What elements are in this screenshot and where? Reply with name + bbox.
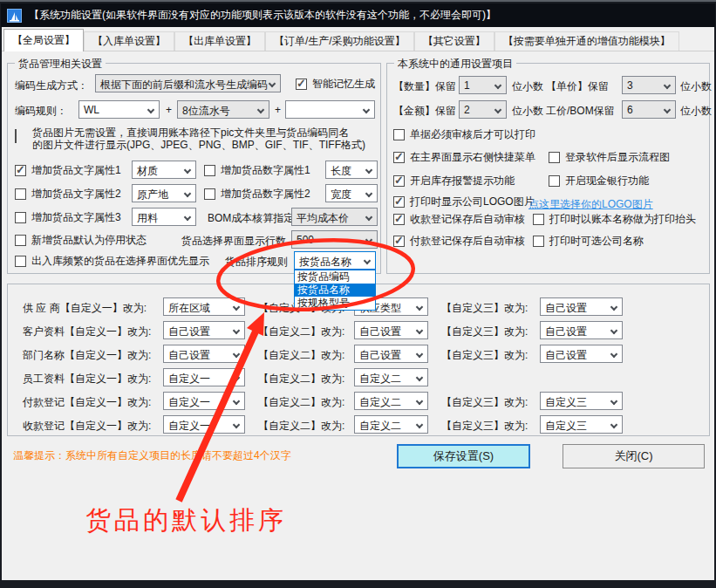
department-custom2-select[interactable]: 自己设置 [354,345,428,363]
group-title: 货品管理相关设置 [15,57,106,72]
chevron-down-icon [416,398,423,405]
tab-order-production-settings[interactable]: 【订单/生产/采购功能设置】 [265,31,414,51]
chevron-down-icon [416,421,423,428]
display-rows-select[interactable]: 500 [291,230,378,249]
code-rule-serial-select[interactable]: 8位流水号 [177,100,269,119]
audit-before-print-checkbox[interactable] [393,129,405,140]
custom-row-label: 【自定义三】改为: [441,325,528,339]
num-attr1-checkbox[interactable] [204,165,215,176]
department-custom3-select[interactable]: 自己设置 [540,345,623,363]
department-custom1-select[interactable]: 自己设置 [163,345,245,363]
tab-other-settings[interactable]: 【其它设置】 [414,31,494,51]
text-attr2-select[interactable]: 原产地 [132,184,196,202]
chevron-down-icon [233,351,240,358]
sort-option-name[interactable]: 按货品名称 [295,284,375,297]
plus-separator: + [275,104,281,116]
logo-print-checkbox[interactable] [393,196,405,208]
text-attr1-select[interactable]: 材质 [132,161,196,179]
sort-rule-select[interactable]: 按货品名称 [294,251,376,270]
audit-before-print-row: 单据必须审核后才可以打印 [393,127,535,141]
text-attr3-select[interactable]: 用料 [132,208,196,226]
payment-custom3-select[interactable]: 自定义三 [540,392,623,410]
new-goods-disabled-row: 新增货品默认为停用状态 [15,233,147,247]
payment-custom1-select[interactable]: 自定义一 [163,392,245,410]
stock-alert-row: 开启库存报警提示功能 [393,174,515,188]
customer-custom1-select[interactable]: 自己设置 [163,321,245,339]
tab-outbound-settings[interactable]: 【出库单设置】 [174,31,265,51]
code-gen-select[interactable]: 根据下面的前后缀和流水号生成编码 [95,74,281,92]
custom-row-label: 【自定义三】改为: [441,348,528,363]
num-attr2-row: 增加货品数字属性2 [204,187,310,201]
sort-option-code[interactable]: 按货品编码 [295,270,375,284]
receipt-custom1-select[interactable]: 自定义一 [163,415,245,434]
tab-addon-modules[interactable]: 【按需要单独开通的增值功能模块】 [494,31,679,51]
close-button[interactable]: 关闭(C) [563,444,705,468]
bom-decimal-select[interactable]: 6 [622,100,676,119]
receipt-audit-checkbox[interactable] [393,214,405,225]
chevron-down-icon [610,304,617,311]
chevron-down-icon [610,351,617,358]
receipt-custom2-select[interactable]: 自定义二 [354,415,428,434]
choose-logo-link[interactable]: 点这里选择你的LOGO图片 [528,197,653,212]
num-attr2-checkbox[interactable] [204,188,215,200]
custom-row-label: 【自定义二】改为: [258,372,344,386]
code-rule-suffix-select[interactable] [285,100,375,119]
custom-row-label: 【自定义三】改为: [441,419,528,434]
supplier-custom3-select[interactable]: 自己设置 [540,297,623,316]
amount-decimal-label: 【金额】保留 [393,104,456,119]
price-decimal-select[interactable]: 3 [622,76,676,94]
amount-decimal-select[interactable]: 2 [459,100,507,119]
group-title: 本系统中的通用设置项目 [394,57,516,72]
price-decimal-suffix: 位小数 [680,79,712,94]
company-name-checkbox[interactable] [533,236,544,247]
text-attr1-checkbox[interactable] [15,165,26,176]
bom-cost-select[interactable]: 平均成本价 [291,208,378,226]
customer-custom3-select[interactable]: 自己设置 [540,321,623,339]
chevron-down-icon [365,214,372,221]
custom-row-label: 【自定义二】改为: [258,395,344,410]
code-rule-label: 编码规则： [15,104,67,119]
tab-bar: 【全局设置】 【入库单设置】 【出库单设置】 【订单/生产/采购功能设置】 【其… [2,28,714,51]
num-attr1-select[interactable]: 长度 [325,161,378,179]
amount-decimal-suffix: 位小数 [512,104,543,119]
custom-row-label: 员工资料【自定义一】改为: [23,372,151,386]
flow-chart-checkbox[interactable] [549,152,560,163]
chevron-down-icon [494,106,501,113]
sort-rule-dropdown-list: 按货品编码 按货品名称 按规格型号 [294,270,376,311]
titlebar[interactable]: 【系统功能设置(如果软件界面没有对应的功能项则表示该版本的软件没有这个功能，不必… [1,3,715,27]
tab-inbound-settings[interactable]: 【入库单设置】 [84,31,174,51]
new-goods-disabled-checkbox[interactable] [15,235,26,246]
custom-row-label: 供 应 商【自定义一】改为: [23,301,147,316]
cash-bank-row: 开启现金银行功能 [549,174,649,188]
frequent-goods-checkbox[interactable] [15,256,26,267]
payment-custom2-select[interactable]: 自定义二 [354,392,428,410]
tab-global-settings[interactable]: 【全局设置】 [3,29,84,51]
chevron-down-icon [233,327,240,334]
payment-audit-checkbox[interactable] [393,236,405,247]
cash-bank-checkbox[interactable] [549,175,560,187]
window-title: 【系统功能设置(如果软件界面没有对应的功能项则表示该版本的软件没有这个功能，不必… [29,8,496,23]
chevron-down-icon [416,374,423,381]
annotation-text: 货品的默认排序 [85,503,287,538]
smart-memory-checkbox[interactable] [296,79,307,90]
save-settings-button[interactable]: 保存设置(S) [397,444,530,468]
goods-picture-checkbox[interactable] [15,129,17,143]
customer-custom2-select[interactable]: 自己设置 [354,321,428,339]
text-attr3-checkbox[interactable] [15,212,26,223]
code-rule-prefix-select[interactable]: WL [78,100,160,119]
employee-custom2-select[interactable]: 自定义二 [354,368,428,386]
employee-custom1-select[interactable]: 自定义一 [163,368,245,386]
chevron-down-icon [233,421,240,428]
stock-alert-checkbox[interactable] [393,175,405,187]
qty-decimal-select[interactable]: 1 [459,76,507,94]
quick-menu-checkbox[interactable] [393,152,405,163]
receipt-custom3-select[interactable]: 自定义三 [540,415,623,434]
sort-option-spec[interactable]: 按规格型号 [295,297,375,310]
book-title-checkbox[interactable] [533,214,544,225]
text-attr2-checkbox[interactable] [15,188,26,200]
supplier-custom1-select[interactable]: 所在区域 [163,297,245,316]
display-rows-label: 货品选择界面显示行数 [181,234,286,249]
num-attr2-select[interactable]: 宽度 [325,184,378,202]
chevron-down-icon [364,257,371,264]
sort-rule-label: 货品排序规则 [225,255,288,270]
